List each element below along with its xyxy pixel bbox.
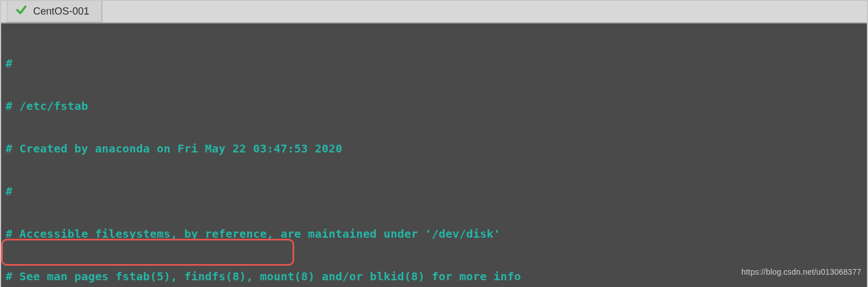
- tab-bar: CentOS-001: [1, 1, 867, 24]
- fstab-comment: # See man pages fstab(5), findfs(8), mou…: [6, 266, 862, 287]
- watermark-text: https://blog.csdn.net/u013068377: [742, 261, 861, 283]
- terminal-viewport[interactable]: # # /etc/fstab # Created by anaconda on …: [1, 24, 867, 287]
- check-icon: [15, 4, 28, 18]
- fstab-comment: # /etc/fstab: [6, 95, 862, 117]
- fstab-comment: #: [6, 180, 862, 202]
- terminal-window: CentOS-001 # # /etc/fstab # Created by a…: [0, 0, 868, 287]
- fstab-comment: #: [6, 53, 862, 74]
- tab-spacer: [1, 1, 7, 22]
- fstab-comment: # Created by anaconda on Fri May 22 03:4…: [6, 138, 862, 159]
- fstab-comment: # Accessible filesystems, by reference, …: [6, 223, 862, 244]
- tab-label: CentOS-001: [33, 6, 89, 17]
- tab-centos-001[interactable]: CentOS-001: [7, 1, 102, 22]
